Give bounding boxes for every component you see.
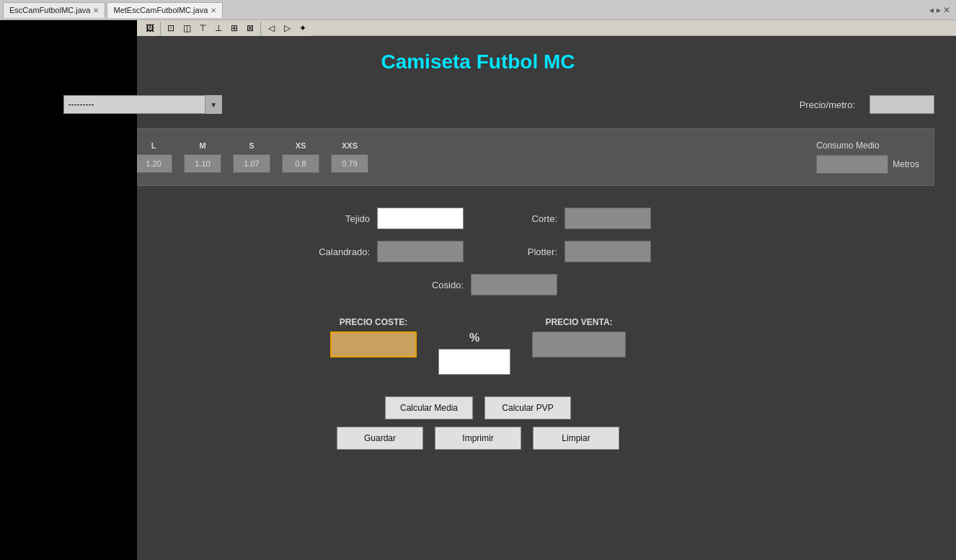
cost-row-3: Cosido:: [22, 274, 934, 295]
toolbar-btn-12[interactable]: ✦: [295, 20, 311, 36]
tab-esc[interactable]: EscCamFutbolMC.java ✕: [3, 2, 105, 18]
main-content: Camiseta Futbol MC Tejido: --------- ▼ P…: [0, 36, 956, 560]
size-label-s: S: [249, 141, 254, 150]
cost-field-cosido: Cosido:: [399, 274, 557, 295]
cost-field-plotter: Plotter:: [492, 241, 651, 262]
percent-label: %: [469, 332, 479, 345]
size-col-l: L: [135, 141, 172, 173]
tejido-select[interactable]: ---------: [63, 95, 222, 114]
size-label-xs: XS: [296, 141, 306, 150]
cost-label-tejido: Tejido: [305, 213, 370, 224]
cost-row-2: Calandrado: Plotter:: [22, 241, 934, 262]
imprimir-button[interactable]: Imprimir: [435, 427, 521, 450]
buttons-row-1: Calcular Media Calcular PVP: [22, 396, 934, 419]
toolbar-btn-7[interactable]: ⊥: [211, 20, 226, 36]
size-col-xxs: XXS: [331, 141, 368, 173]
toolbar-btn-4[interactable]: ⊡: [163, 20, 179, 36]
sizes-container: XXL XL L M S: [22, 128, 934, 186]
calcular-pvp-button[interactable]: Calcular PVP: [484, 396, 571, 419]
calcular-media-button[interactable]: Calcular Media: [385, 396, 473, 419]
toolbar-btn-11[interactable]: ▷: [279, 20, 295, 36]
toolbar-btn-10[interactable]: ◁: [263, 20, 279, 36]
limpiar-button[interactable]: Limpiar: [533, 427, 619, 450]
toolbar-sep-2: [260, 22, 261, 35]
cost-field-corte: Corte:: [492, 208, 651, 229]
cost-field-tejido: Tejido: [305, 208, 464, 229]
precio-metro-label: Precio/metro:: [800, 99, 855, 110]
cost-input-corte[interactable]: [565, 208, 651, 229]
size-input-xs[interactable]: [282, 154, 319, 173]
size-input-xxs[interactable]: [331, 154, 368, 173]
size-col-xs: XS: [282, 141, 319, 173]
size-input-s[interactable]: [233, 154, 270, 173]
toolbar-sep-1: [160, 22, 161, 35]
size-label-xxs: XXS: [342, 141, 358, 150]
metros-label: Metros: [893, 159, 919, 169]
cost-field-calandrado: Calandrado:: [305, 241, 464, 262]
precio-venta-label: PRECIO VENTA:: [545, 317, 612, 327]
size-label-m: M: [199, 141, 205, 150]
size-col-m: M: [184, 141, 221, 173]
cost-input-plotter[interactable]: [565, 241, 651, 262]
consumo-input[interactable]: [816, 155, 888, 174]
menu-bar: ource Design History ⊞ ⊟ 🖼 ⊡ ◫ ⊤ ⊥ ⊞ ⊠ ◁…: [0, 20, 956, 36]
buttons-row-2: Guardar Imprimir Limpiar: [22, 427, 934, 450]
tab-met[interactable]: MetEscCamFutbolMC.java ✕: [107, 2, 223, 18]
tabs-bar: EscCamFutbolMC.java ✕ MetEscCamFutbolMC.…: [0, 0, 956, 20]
main-wrapper: Camiseta Futbol MC Tejido: --------- ▼ P…: [0, 36, 956, 560]
precio-coste-input[interactable]: [330, 332, 417, 357]
page-title: Camiseta Futbol MC: [22, 50, 934, 74]
tab-esc-close[interactable]: ✕: [93, 6, 99, 14]
cost-input-cosido[interactable]: [471, 274, 557, 295]
consumo-medio-section: Consumo Medio Metros: [816, 141, 919, 174]
size-col-s: S: [233, 141, 270, 173]
toolbar-btn-6[interactable]: ⊤: [195, 20, 211, 36]
tab-esc-label: EscCamFutbolMC.java: [9, 6, 90, 14]
toolbar-btn-5[interactable]: ◫: [179, 20, 195, 36]
percent-block: %: [438, 317, 510, 375]
cost-label-calandrado: Calandrado:: [305, 246, 370, 257]
window-controls: ◂ ▸ ✕: [929, 5, 950, 15]
percent-input[interactable]: [438, 349, 510, 375]
cost-section: Tejido Corte: Calandrado: Plotter:: [22, 208, 934, 295]
tejido-row: Tejido: --------- ▼ Precio/metro:: [22, 95, 934, 114]
size-input-l[interactable]: [135, 154, 172, 173]
precio-venta-input[interactable]: [532, 332, 626, 357]
cost-input-calandrado[interactable]: [377, 241, 464, 262]
toolbar-btn-3[interactable]: 🖼: [142, 20, 158, 36]
precio-coste-block: PRECIO COSTE:: [330, 317, 417, 357]
size-label-l: L: [151, 141, 156, 150]
precio-metro-input[interactable]: [869, 95, 934, 114]
consumo-row: Metros: [816, 155, 919, 174]
tab-met-label: MetEscCamFutbolMC.java: [113, 6, 208, 14]
cost-row-1: Tejido Corte:: [22, 208, 934, 229]
left-panel: [0, 0, 137, 560]
cost-label-cosido: Cosido:: [399, 280, 464, 290]
toolbar-btn-9[interactable]: ⊠: [242, 20, 258, 36]
precio-coste-label: PRECIO COSTE:: [340, 317, 408, 327]
cost-input-tejido[interactable]: [377, 208, 464, 229]
guardar-button[interactable]: Guardar: [337, 427, 423, 450]
consumo-medio-label: Consumo Medio: [816, 141, 879, 151]
precio-section: PRECIO COSTE: % PRECIO VENTA:: [22, 317, 934, 375]
toolbar-btn-8[interactable]: ⊞: [226, 20, 242, 36]
size-input-m[interactable]: [184, 154, 221, 173]
cost-label-corte: Corte:: [492, 213, 557, 224]
tejido-select-wrapper: --------- ▼: [63, 95, 222, 114]
cost-label-plotter: Plotter:: [492, 246, 557, 257]
tab-met-close[interactable]: ✕: [211, 6, 216, 14]
precio-venta-block: PRECIO VENTA:: [532, 317, 626, 357]
